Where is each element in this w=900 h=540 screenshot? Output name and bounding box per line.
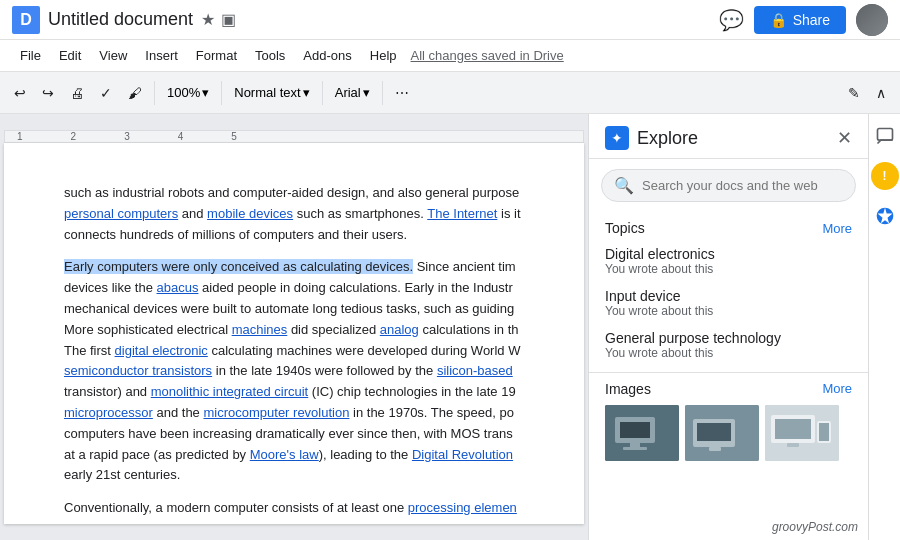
- menu-format[interactable]: Format: [188, 45, 245, 66]
- link-mos[interactable]: metal-oxide-semiconductor (MOS) micr: [285, 521, 511, 524]
- style-arrow: ▾: [303, 85, 310, 100]
- zoom-dropdown[interactable]: 100% ▾: [161, 82, 215, 103]
- topics-label: Topics: [605, 220, 645, 236]
- link-analog[interactable]: analog: [380, 322, 419, 337]
- highlight-text: Early computers were only conceived as c…: [64, 259, 413, 274]
- toolbar-separator-2: [221, 81, 222, 105]
- collapse-button[interactable]: ∧: [870, 81, 892, 105]
- topic-item-1[interactable]: Digital electronics You wrote about this: [589, 240, 868, 282]
- sidebar-explore-icon[interactable]: [871, 202, 899, 230]
- sidebar-comments-icon[interactable]: [871, 122, 899, 150]
- share-label: Share: [793, 12, 830, 28]
- toolbar-separator-3: [322, 81, 323, 105]
- topic-sub-2: You wrote about this: [605, 304, 852, 318]
- image-thumb-3[interactable]: [765, 405, 839, 461]
- search-input[interactable]: [642, 178, 843, 193]
- right-sidebar: !: [868, 114, 900, 540]
- link-monolithic[interactable]: monolithic integrated circuit: [151, 384, 309, 399]
- link-personal-computers[interactable]: personal computers: [64, 206, 178, 221]
- more-options-button[interactable]: ⋯: [389, 81, 415, 105]
- title-bar-left: D Untitled document ★ ▣: [12, 6, 719, 34]
- images-more-link[interactable]: More: [822, 381, 852, 397]
- undo-button[interactable]: ↩: [8, 81, 32, 105]
- print-button[interactable]: 🖨: [64, 81, 90, 105]
- menu-addons[interactable]: Add-ons: [295, 45, 359, 66]
- image-thumb-2[interactable]: [685, 405, 759, 461]
- font-arrow: ▾: [363, 85, 370, 100]
- link-microprocessor[interactable]: microprocessor: [64, 405, 153, 420]
- svg-rect-3: [630, 443, 640, 447]
- font-dropdown[interactable]: Arial ▾: [329, 82, 376, 103]
- image-thumb-1[interactable]: [605, 405, 679, 461]
- explore-close-button[interactable]: ✕: [837, 127, 852, 149]
- images-label: Images: [605, 381, 651, 397]
- font-value: Arial: [335, 85, 361, 100]
- topic-name-1: Digital electronics: [605, 246, 852, 262]
- images-header: Images More: [605, 381, 852, 397]
- edit-button[interactable]: ✎: [842, 81, 866, 105]
- svg-rect-7: [697, 423, 731, 441]
- groovy-watermark: groovyPost.com: [772, 520, 858, 534]
- document-title: Untitled document: [48, 9, 193, 30]
- paragraph-2: Early computers were only conceived as c…: [64, 257, 524, 486]
- svg-rect-12: [787, 443, 799, 447]
- link-silicon-based[interactable]: silicon-based: [437, 363, 513, 378]
- link-digital-electronic[interactable]: digital electronic: [115, 343, 208, 358]
- menu-tools[interactable]: Tools: [247, 45, 293, 66]
- svg-rect-8: [709, 447, 721, 451]
- ruler: 1 2 3 4 5: [4, 130, 584, 143]
- explore-panel: ✦ Explore ✕ 🔍 Topics More Digital electr…: [588, 114, 868, 540]
- link-machines[interactable]: machines: [232, 322, 288, 337]
- folder-icon[interactable]: ▣: [221, 10, 236, 29]
- explore-title: ✦ Explore: [605, 126, 698, 150]
- link-moores-law[interactable]: Moore's law: [250, 447, 319, 462]
- paintformat-button[interactable]: 🖌: [122, 81, 148, 105]
- menu-insert[interactable]: Insert: [137, 45, 186, 66]
- zoom-arrow: ▾: [202, 85, 209, 100]
- menu-edit[interactable]: Edit: [51, 45, 89, 66]
- title-bar-right: 💬 🔒 Share: [719, 4, 888, 36]
- menu-help[interactable]: Help: [362, 45, 405, 66]
- topic-item-2[interactable]: Input device You wrote about this: [589, 282, 868, 324]
- search-box[interactable]: 🔍: [601, 169, 856, 202]
- topic-name-3: General purpose technology: [605, 330, 852, 346]
- zoom-value: 100%: [167, 85, 200, 100]
- topic-name-2: Input device: [605, 288, 852, 304]
- star-icon[interactable]: ★: [201, 10, 215, 29]
- menu-bar: File Edit View Insert Format Tools Add-o…: [0, 40, 900, 72]
- chat-icon[interactable]: 💬: [719, 8, 744, 32]
- svg-rect-4: [623, 447, 647, 450]
- menu-view[interactable]: View: [91, 45, 135, 66]
- link-cpu[interactable]: processing unit (CPU): [64, 521, 191, 524]
- redo-button[interactable]: ↪: [36, 81, 60, 105]
- menu-file[interactable]: File: [12, 45, 49, 66]
- toolbar-separator-4: [382, 81, 383, 105]
- svg-rect-11: [775, 419, 811, 439]
- share-button[interactable]: 🔒 Share: [754, 6, 846, 34]
- topic-item-3[interactable]: General purpose technology You wrote abo…: [589, 324, 868, 366]
- avatar[interactable]: [856, 4, 888, 36]
- document-area: 1 2 3 4 5 such as industrial robots and …: [0, 114, 588, 540]
- svg-rect-14: [819, 423, 829, 441]
- explore-title-text: Explore: [637, 128, 698, 149]
- saved-status: All changes saved in Drive: [411, 48, 564, 63]
- docs-logo: D: [12, 6, 40, 34]
- share-lock-icon: 🔒: [770, 12, 787, 28]
- style-dropdown[interactable]: Normal text ▾: [228, 82, 315, 103]
- style-value: Normal text: [234, 85, 300, 100]
- paragraph-1: such as industrial robots and computer-a…: [64, 183, 524, 245]
- link-microcomputer[interactable]: microcomputer revolution: [203, 405, 349, 420]
- images-grid: [605, 405, 852, 461]
- link-mobile-devices[interactable]: mobile devices: [207, 206, 293, 221]
- link-abacus[interactable]: abacus: [157, 280, 199, 295]
- sidebar-notification-icon[interactable]: !: [871, 162, 899, 190]
- link-semiconductor-transistors[interactable]: semiconductor transistors: [64, 363, 212, 378]
- link-digital-revolution[interactable]: Digital Revolution: [412, 447, 513, 462]
- topics-more-link[interactable]: More: [822, 221, 852, 236]
- link-processing-element[interactable]: processing elemen: [408, 500, 517, 515]
- explore-header: ✦ Explore ✕: [589, 114, 868, 159]
- link-internet[interactable]: The Internet: [427, 206, 497, 221]
- spellcheck-button[interactable]: ✓: [94, 81, 118, 105]
- svg-rect-15: [877, 129, 892, 141]
- title-icons: ★ ▣: [201, 10, 236, 29]
